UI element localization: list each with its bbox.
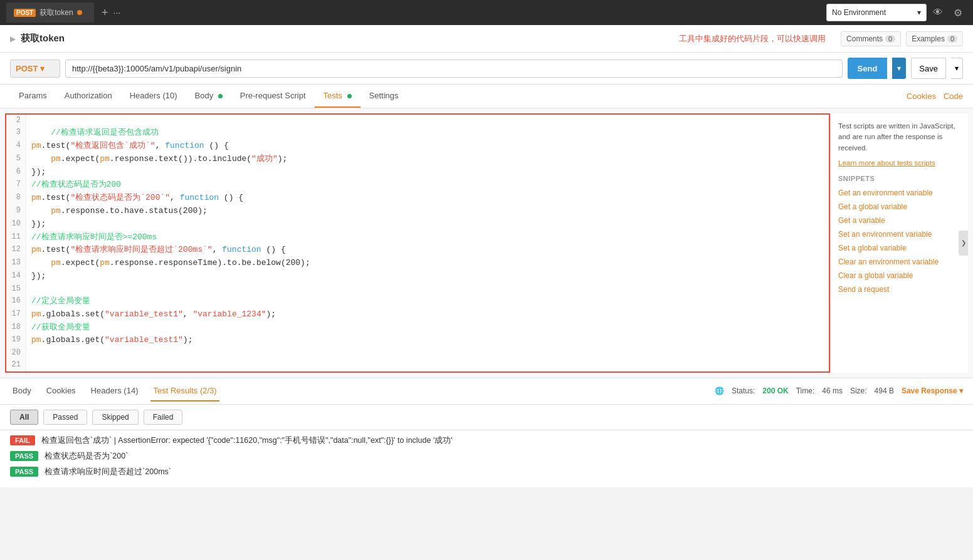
tab-name: 获取token	[39, 8, 73, 18]
body-dot	[218, 94, 223, 98]
bottom-tab-body[interactable]: Body	[10, 381, 34, 402]
globe-icon: 🌐	[715, 386, 724, 395]
snippet-item[interactable]: Clear a global variable	[838, 269, 960, 283]
snippet-item[interactable]: Get a variable	[838, 214, 960, 227]
line-number: 17	[6, 308, 26, 321]
method-dropdown-icon: ▾	[40, 64, 45, 73]
tab-authorization[interactable]: Authorization	[56, 85, 121, 108]
line-code: pm.test("检查返回包含`成功`", function () {	[26, 140, 234, 153]
line-number: 15	[6, 283, 26, 295]
line-code: //检查请求响应时间是否>=200ms	[26, 231, 162, 244]
save-dropdown-button[interactable]: ▾	[951, 58, 963, 79]
line-code: pm.globals.get("variable_test1");	[26, 334, 197, 347]
send-button[interactable]: Send	[848, 58, 888, 79]
tab-body[interactable]: Body	[186, 85, 231, 108]
code-line: 3 //检查请求返回是否包含成功	[6, 127, 829, 140]
snippet-item[interactable]: Set an environment variable	[838, 227, 960, 241]
tabs-right: Cookies Code	[907, 91, 963, 101]
cookies-link[interactable]: Cookies	[907, 91, 936, 101]
line-code: pm.test("检查状态码是否为`200`", function () {	[26, 192, 248, 205]
annotation-text: 工具中集成好的代码片段，可以快速调用	[679, 33, 826, 44]
test-result-text: 检查状态码是否为`200`	[45, 451, 128, 462]
line-number: 11	[6, 231, 26, 244]
bottom-tab-headers[interactable]: Headers (14)	[88, 381, 141, 402]
line-code: //获取全局变量	[26, 321, 95, 334]
more-tabs-button[interactable]: ···	[113, 8, 121, 18]
line-code: pm.response.to.have.status(200);	[26, 205, 213, 218]
sidebar-info-text: Test scripts are written in JavaScript, …	[838, 121, 960, 153]
top-tabbar: POST 获取token + ··· No Environment ▾ 👁 ⚙	[0, 0, 973, 25]
tab-settings[interactable]: Settings	[360, 85, 408, 108]
url-input[interactable]	[65, 60, 843, 78]
learn-link[interactable]: Learn more about tests scripts	[838, 159, 935, 167]
unsaved-dot	[77, 10, 82, 15]
pass-badge: PASS	[10, 467, 38, 477]
code-link[interactable]: Code	[944, 91, 963, 101]
code-editor[interactable]: 23 //检查请求返回是否包含成功4pm.test("检查返回包含`成功`", …	[5, 113, 830, 373]
line-code: });	[26, 270, 51, 283]
line-number: 7	[6, 179, 26, 192]
snippets-list: Get an environment variableGet a global …	[838, 186, 960, 296]
add-tab-button[interactable]: +	[102, 6, 108, 19]
code-line: 7//检查状态码是否为200	[6, 179, 829, 192]
snippet-item[interactable]: Set a global variable	[838, 241, 960, 255]
tab-tests[interactable]: Tests	[315, 85, 360, 108]
collapse-arrow[interactable]: ▶	[10, 34, 16, 43]
code-line: 14});	[6, 270, 829, 283]
line-code: });	[26, 166, 51, 179]
line-code: //检查请求返回是否包含成功	[26, 127, 164, 140]
env-selector-label: No Environment	[832, 8, 886, 17]
request-name: 获取token	[21, 33, 65, 44]
method-select[interactable]: POST ▾	[10, 60, 60, 78]
result-tab-all[interactable]: All	[10, 410, 38, 425]
line-number: 13	[6, 257, 26, 270]
line-number: 4	[6, 140, 26, 153]
examples-label: Examples	[912, 34, 945, 43]
code-line: 11//检查请求响应时间是否>=200ms	[6, 231, 829, 244]
code-line: 8pm.test("检查状态码是否为`200`", function () {	[6, 192, 829, 205]
code-line: 20	[6, 347, 829, 359]
save-response-label: Save Response	[902, 386, 957, 395]
code-line: 15	[6, 283, 829, 295]
eye-icon-button[interactable]: 👁	[929, 4, 947, 21]
comments-button[interactable]: Comments 0	[841, 31, 901, 46]
tab-prerequest[interactable]: Pre-request Script	[231, 85, 315, 108]
line-number: 14	[6, 270, 26, 283]
code-line: 12pm.test("检查请求响应时间是否超过`200ms`", functio…	[6, 244, 829, 257]
snippet-item[interactable]: Get an environment variable	[838, 186, 960, 200]
test-result-item: FAIL检查返回包含`成功` | AssertionError: expecte…	[10, 435, 963, 446]
save-response-button[interactable]: Save Response ▾	[902, 386, 963, 395]
test-result-text: 检查返回包含`成功` | AssertionError: expected '{…	[41, 435, 453, 446]
line-code: pm.test("检查请求响应时间是否超过`200ms`", function …	[26, 244, 291, 257]
request-name-bar: ▶ 获取token 工具中集成好的代码片段，可以快速调用 Comments 0 …	[0, 25, 973, 53]
line-code: //检查状态码是否为200	[26, 179, 126, 192]
save-button[interactable]: Save	[911, 58, 946, 79]
tab-headers[interactable]: Headers (10)	[121, 85, 186, 108]
environment-selector[interactable]: No Environment ▾	[826, 4, 927, 21]
request-tab[interactable]: POST 获取token	[6, 3, 94, 23]
gear-icon-button[interactable]: ⚙	[949, 4, 967, 21]
result-tab-passed[interactable]: Passed	[43, 410, 87, 425]
result-tab-failed[interactable]: Failed	[144, 410, 183, 425]
snippet-item[interactable]: Get a global variable	[838, 200, 960, 214]
url-bar: POST ▾ Send ▾ Save ▾	[0, 53, 973, 85]
send-dropdown-button[interactable]: ▾	[892, 58, 906, 79]
tab-params[interactable]: Params	[10, 85, 56, 108]
code-line: 13 pm.expect(pm.response.responseTime).t…	[6, 257, 829, 270]
examples-count: 0	[947, 35, 957, 43]
bottom-right: 🌐 Status: 200 OK Time: 46 ms Size: 494 B…	[715, 386, 963, 395]
result-tab-skipped[interactable]: Skipped	[92, 410, 138, 425]
snippet-item[interactable]: Clear an environment variable	[838, 255, 960, 269]
line-code: //定义全局变量	[26, 295, 95, 308]
code-line: 16//定义全局变量	[6, 295, 829, 308]
code-line: 5 pm.expect(pm.response.text()).to.inclu…	[6, 153, 829, 166]
snippet-item[interactable]: Send a request	[838, 283, 960, 296]
line-number: 10	[6, 218, 26, 231]
test-results-list: FAIL检查返回包含`成功` | AssertionError: expecte…	[0, 430, 973, 487]
bottom-tab-cookies[interactable]: Cookies	[44, 381, 78, 402]
bottom-tab-test-results[interactable]: Test Results (2/3)	[150, 381, 219, 402]
main-content: 23 //检查请求返回是否包含成功4pm.test("检查返回包含`成功`", …	[0, 108, 973, 378]
size-value: 494 B	[875, 386, 894, 395]
sidebar-collapse-button[interactable]: ❯	[959, 231, 968, 256]
examples-button[interactable]: Examples 0	[906, 31, 963, 46]
